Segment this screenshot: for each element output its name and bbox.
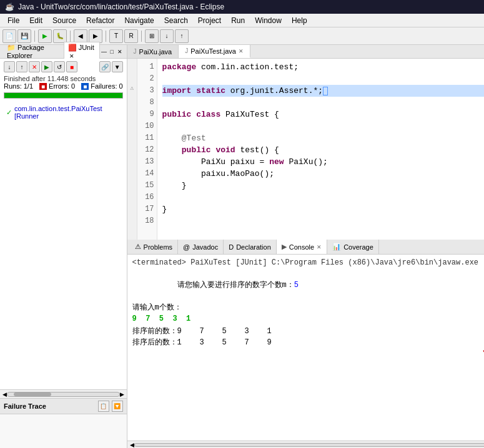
failure-trace-panel: Failure Trace 📋 🔽 [0, 398, 127, 448]
main-area: 📁 Package Explorer 🟥 JUnit ✕ — □ ✕ ↓ ↑ ✕… [0, 45, 484, 448]
junit-next-failure[interactable]: ↓ [4, 61, 15, 72]
title-text: Java - UnitTwo/src/com/lin/action/test/P… [18, 2, 224, 11]
ln-9: 9 [137, 109, 154, 120]
h-scrollbar[interactable]: ◀ ▶ [0, 389, 127, 398]
console-main: <terminated> PaiXuTest [JUnit] C:\Progra… [132, 257, 484, 438]
close-left[interactable]: ✕ [116, 47, 124, 57]
line-numbers: 1 2 3 8 9 10 11 12 13 14 15 16 17 18 [137, 59, 157, 240]
failures-value: 0 [119, 82, 122, 90]
junit-prev-failure[interactable]: ↑ [16, 61, 27, 72]
toolbar-open-type[interactable]: T [109, 29, 123, 43]
code-line-16 [162, 192, 484, 203]
junit-rerun-failed[interactable]: ↺ [54, 61, 65, 72]
ln-2: 2 [137, 73, 154, 85]
tab-console[interactable]: ▶ Console ✕ [277, 240, 327, 254]
console-tab-close[interactable]: ✕ [317, 244, 322, 250]
toolbar-prev-annotation[interactable]: ↑ [175, 29, 189, 43]
scroll-right-btn[interactable]: ▶ [120, 391, 124, 397]
toolbar-save[interactable]: 💾 [17, 29, 31, 43]
trace-filter[interactable]: 🔽 [112, 401, 123, 412]
console-scroll-track[interactable] [134, 443, 484, 447]
menu-edit[interactable]: Edit [24, 15, 47, 26]
menu-navigate[interactable]: Navigate [119, 15, 159, 26]
errors-icon: ■ [39, 83, 47, 90]
tab-declaration[interactable]: D Declaration [224, 240, 277, 254]
menu-file[interactable]: File [2, 15, 24, 26]
trace-copy[interactable]: 📋 [98, 401, 109, 412]
progress-bar-fill [4, 93, 122, 98]
toolbar-back[interactable]: ◀ [74, 29, 87, 43]
junit-show-failures[interactable]: ✕ [29, 61, 40, 72]
minimize-left[interactable]: — [100, 47, 108, 57]
junit-finished-label: Finished after 11.448 seconds [4, 75, 123, 82]
junit-toolbar: ↓ ↑ ✕ ▶ ↺ ■ 🔗 ▼ [4, 61, 123, 72]
code-line-9: public class PaiXuTest { [162, 109, 484, 120]
junit-link[interactable]: 🔗 [99, 61, 111, 72]
junit-rerun[interactable]: ▶ [41, 61, 52, 72]
tab-coverage[interactable]: 📊 Coverage [327, 240, 379, 254]
editor-tabs: J PaiXu.java J PaiXuTest.java ✕ [127, 45, 484, 59]
code-line-10 [162, 120, 484, 132]
console-line5: 排序后的数：1 3 5 7 9 [132, 337, 484, 348]
tab-paixu[interactable]: J PaiXu.java [127, 45, 179, 58]
junit-panel: ↓ ↑ ✕ ▶ ↺ ■ 🔗 ▼ Finished after 11.448 se… [0, 59, 127, 125]
h-scroll-thumb[interactable] [14, 392, 51, 396]
tab-problems[interactable]: ⚠ Problems [130, 240, 178, 254]
test-class-label: com.lin.action.test.PaiXuTest [Runner [14, 105, 121, 120]
menu-refactor[interactable]: Refactor [81, 15, 119, 26]
toolbar-run[interactable]: ▶ [38, 29, 52, 43]
code-line-13: PaiXu paixu = new PaiXu(); [162, 156, 484, 168]
run-status-icon: ✓ [6, 109, 12, 117]
menu-window[interactable]: Window [250, 15, 287, 26]
console-content: <terminated> PaiXuTest [JUnit] C:\Progra… [127, 255, 484, 441]
toolbar-sep2 [70, 31, 71, 42]
test-tree-item[interactable]: ✓ com.lin.action.test.PaiXuTest [Runner [4, 104, 123, 121]
runs-value: 1/1 [24, 82, 33, 90]
paixutest-tab-close[interactable]: ✕ [239, 48, 244, 54]
junit-options[interactable]: ▼ [112, 61, 123, 72]
junit-stop[interactable]: ■ [66, 61, 77, 72]
code-content[interactable]: package com.lin.action.test; import stat… [157, 59, 484, 240]
bottom-tabs: ⚠ Problems @ Javadoc D Declaration ▶ Con… [127, 240, 484, 255]
toolbar-sep4 [141, 31, 142, 42]
code-editor: ⚠ 1 2 3 8 9 10 11 12 13 14 15 16 17 18 [127, 59, 484, 240]
tab-paixutest[interactable]: J PaiXuTest.java ✕ [179, 45, 250, 58]
console-scroll-left[interactable]: ◀ [130, 442, 134, 448]
ln-1: 1 [137, 61, 154, 73]
console-label: Console [289, 243, 314, 251]
ln-3: 3 [137, 85, 154, 97]
menu-source[interactable]: Source [47, 15, 81, 26]
code-line-1: package com.lin.action.test; [162, 61, 484, 73]
code-line-14: paixu.MaoPao(); [162, 168, 484, 180]
failures-icon: ■ [81, 83, 89, 90]
left-panel-tabs: 📁 Package Explorer 🟥 JUnit ✕ — □ ✕ [0, 45, 127, 59]
toolbar-new[interactable]: 📄 [2, 29, 16, 43]
code-line-2 [162, 73, 484, 85]
menu-help[interactable]: Help [287, 15, 312, 26]
coverage-label: Coverage [343, 243, 373, 251]
toolbar-next-annotation[interactable]: ↓ [160, 29, 174, 43]
h-scroll-track[interactable] [7, 392, 120, 397]
gutter: ⚠ [127, 59, 137, 240]
menu-search[interactable]: Search [159, 15, 193, 26]
progress-bar-container [4, 92, 123, 99]
toolbar-debug[interactable]: 🐛 [53, 29, 67, 43]
package-explorer-label: 📁 Package Explorer [7, 44, 44, 59]
tab-javadoc[interactable]: @ Javadoc [178, 240, 224, 254]
toolbar-forward[interactable]: ▶ [89, 29, 102, 43]
console-h-scroll[interactable]: ◀ ▶ [127, 441, 484, 448]
declaration-icon: D [229, 243, 234, 251]
maximize-left[interactable]: □ [108, 47, 116, 57]
runs-label: Runs: [4, 82, 22, 90]
menu-run[interactable]: Run [226, 15, 250, 26]
declaration-label: Declaration [236, 243, 271, 251]
paixutest-tab-label: PaiXuTest.java [190, 47, 236, 55]
code-line-8 [162, 97, 484, 109]
menubar: File Edit Source Refactor Navigate Searc… [0, 14, 484, 27]
menu-project[interactable]: Project [193, 15, 226, 26]
scroll-left-btn[interactable]: ◀ [2, 391, 7, 397]
ln-18: 18 [137, 215, 154, 227]
toolbar-open-resource[interactable]: R [124, 29, 138, 43]
code-line-18 [162, 215, 484, 227]
toolbar-maximize[interactable]: ⊞ [145, 29, 159, 43]
